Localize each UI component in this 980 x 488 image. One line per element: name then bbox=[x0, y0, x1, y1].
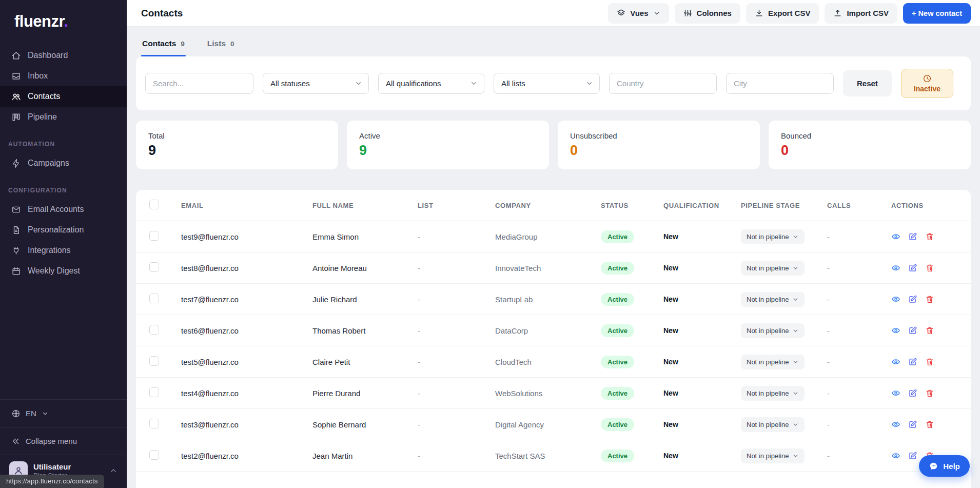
row-checkbox[interactable] bbox=[149, 262, 159, 272]
table-row[interactable]: test5@fluenzr.co Claire Petit - CloudTec… bbox=[136, 346, 971, 378]
search-input[interactable] bbox=[145, 73, 253, 94]
delete-contact-button[interactable] bbox=[925, 295, 934, 304]
status-badge: Active bbox=[601, 230, 634, 243]
cell-actions bbox=[885, 409, 971, 440]
clock-icon bbox=[923, 74, 932, 83]
column-header-actions: ACTIONS bbox=[885, 190, 971, 221]
cell-email: test3@fluenzr.co bbox=[175, 409, 306, 440]
edit-contact-button[interactable] bbox=[908, 451, 917, 460]
tab-lists[interactable]: Lists 0 bbox=[206, 36, 236, 56]
collapse-menu-button[interactable]: Collapse menu bbox=[0, 427, 127, 455]
pipeline-stage-select[interactable]: Not in pipeline bbox=[741, 261, 805, 276]
row-checkbox[interactable] bbox=[149, 387, 159, 397]
cell-email: test9@fluenzr.co bbox=[175, 221, 306, 252]
sidebar-item-contacts[interactable]: Contacts bbox=[0, 86, 127, 107]
row-checkbox[interactable] bbox=[149, 325, 159, 335]
cell-pipeline-stage: Not in pipeline bbox=[735, 409, 821, 440]
sidebar-item-label: Contacts bbox=[28, 92, 60, 101]
table-row[interactable]: test4@fluenzr.co Pierre Durand - WebSolu… bbox=[136, 378, 971, 409]
sidebar-item-campaigns[interactable]: Campaigns bbox=[0, 153, 127, 173]
inactive-toggle-button[interactable]: Inactive bbox=[901, 69, 953, 98]
app-logo[interactable]: fluenzr. bbox=[0, 0, 127, 45]
status-filter-select[interactable]: All statuses bbox=[263, 73, 369, 94]
table-row[interactable]: test6@fluenzr.co Thomas Robert - DataCor… bbox=[136, 315, 971, 346]
sidebar-item-pipeline[interactable]: Pipeline bbox=[0, 107, 127, 127]
reset-filters-button[interactable]: Reset bbox=[843, 70, 892, 96]
sidebar-item-label: Campaigns bbox=[28, 159, 69, 168]
edit-contact-button[interactable] bbox=[908, 295, 917, 304]
qualification-filter-select[interactable]: All qualifications bbox=[378, 73, 484, 94]
edit-contact-button[interactable] bbox=[908, 263, 917, 272]
row-checkbox[interactable] bbox=[149, 356, 159, 366]
help-button[interactable]: Help bbox=[919, 455, 970, 477]
sidebar-item-weekly-digest[interactable]: Weekly Digest bbox=[0, 261, 127, 281]
delete-contact-button[interactable] bbox=[925, 263, 934, 272]
city-input[interactable] bbox=[726, 73, 834, 94]
sidebar-item-label: Integrations bbox=[28, 246, 71, 255]
edit-contact-button[interactable] bbox=[908, 388, 917, 398]
cell-email: test2@fluenzr.co bbox=[175, 440, 306, 472]
edit-contact-button[interactable] bbox=[908, 326, 917, 335]
view-contact-button[interactable] bbox=[891, 326, 900, 335]
sidebar-item-email-accounts[interactable]: Email Accounts bbox=[0, 199, 127, 220]
edit-contact-button[interactable] bbox=[908, 232, 917, 241]
delete-contact-button[interactable] bbox=[925, 420, 934, 429]
edit-contact-button[interactable] bbox=[908, 357, 917, 366]
table-row[interactable]: test2@fluenzr.co Jean Martin - TechStart… bbox=[136, 440, 971, 472]
row-checkbox[interactable] bbox=[149, 231, 159, 241]
view-contact-button[interactable] bbox=[891, 357, 900, 366]
pipeline-stage-select[interactable]: Not in pipeline bbox=[741, 355, 805, 369]
list-filter-select[interactable]: All lists bbox=[494, 73, 600, 94]
pipeline-stage-select[interactable]: Not in pipeline bbox=[741, 323, 805, 338]
cell-email: test4@fluenzr.co bbox=[175, 378, 306, 409]
tab-contacts[interactable]: Contacts 9 bbox=[141, 36, 186, 56]
table-row[interactable]: test7@fluenzr.co Julie Richard - Startup… bbox=[136, 284, 971, 315]
cell-status: Active bbox=[595, 284, 657, 315]
import-csv-button[interactable]: Import CSV bbox=[825, 3, 897, 24]
status-badge: Active bbox=[601, 418, 634, 431]
sidebar-item-integrations[interactable]: Integrations bbox=[0, 240, 127, 261]
edit-contact-button[interactable] bbox=[908, 420, 917, 429]
stats-cards: Total 9 Active 9 Unsubscribed 0 Bounced … bbox=[136, 121, 971, 169]
delete-contact-button[interactable] bbox=[925, 388, 934, 398]
view-contact-button[interactable] bbox=[891, 295, 900, 304]
chevrons-left-icon bbox=[11, 437, 21, 446]
row-checkbox[interactable] bbox=[149, 294, 159, 303]
cell-pipeline-stage: Not in pipeline bbox=[735, 440, 821, 472]
view-contact-button[interactable] bbox=[891, 420, 900, 429]
sidebar-item-personalization[interactable]: Personalization bbox=[0, 220, 127, 240]
cell-email: test8@fluenzr.co bbox=[175, 252, 306, 284]
view-contact-button[interactable] bbox=[891, 263, 900, 272]
column-header-calls: CALLS bbox=[821, 190, 885, 221]
language-label: EN bbox=[26, 409, 36, 418]
cell-actions bbox=[885, 284, 971, 315]
table-row[interactable]: test8@fluenzr.co Antoine Moreau - Innova… bbox=[136, 252, 971, 284]
sidebar-item-dashboard[interactable]: Dashboard bbox=[0, 45, 127, 66]
delete-contact-button[interactable] bbox=[925, 357, 934, 366]
country-input[interactable] bbox=[609, 73, 717, 94]
pipeline-stage-select[interactable]: Not in pipeline bbox=[741, 229, 805, 244]
table-row[interactable]: test9@fluenzr.co Emma Simon - MediaGroup… bbox=[136, 221, 971, 252]
pipeline-stage-select[interactable]: Not in pipeline bbox=[741, 417, 805, 432]
delete-contact-button[interactable] bbox=[925, 232, 934, 241]
row-checkbox[interactable] bbox=[149, 419, 159, 428]
cell-pipeline-stage: Not in pipeline bbox=[735, 252, 821, 284]
columns-button[interactable]: Colonnes bbox=[675, 3, 740, 24]
export-csv-button[interactable]: Export CSV bbox=[746, 3, 819, 24]
pipeline-stage-select[interactable]: Not in pipeline bbox=[741, 448, 805, 463]
view-contact-button[interactable] bbox=[891, 388, 900, 398]
table-row[interactable]: test3@fluenzr.co Sophie Bernard - Digita… bbox=[136, 409, 971, 440]
logo-text: fluenzr bbox=[14, 12, 64, 30]
pipeline-stage-select[interactable]: Not in pipeline bbox=[741, 386, 805, 401]
delete-contact-button[interactable] bbox=[925, 326, 934, 335]
language-selector[interactable]: EN bbox=[0, 399, 127, 427]
view-contact-button[interactable] bbox=[891, 232, 900, 241]
new-contact-button[interactable]: + New contact bbox=[903, 3, 971, 24]
view-contact-button[interactable] bbox=[891, 451, 900, 460]
pipeline-stage-select[interactable]: Not in pipeline bbox=[741, 292, 805, 307]
sidebar-item-inbox[interactable]: Inbox bbox=[0, 66, 127, 86]
select-all-checkbox[interactable] bbox=[149, 200, 159, 209]
views-button[interactable]: Vues bbox=[608, 3, 669, 24]
cell-list: - bbox=[411, 346, 489, 378]
row-checkbox[interactable] bbox=[149, 450, 159, 460]
